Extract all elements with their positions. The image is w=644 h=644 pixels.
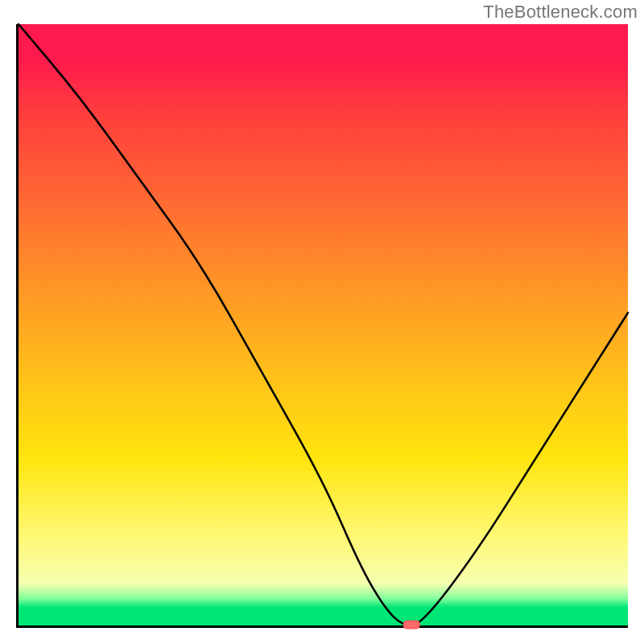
heat-gradient [19,24,628,625]
plot-area [16,24,628,628]
watermark-text: TheBottleneck.com [483,2,638,23]
chart-stage: TheBottleneck.com [0,0,644,644]
